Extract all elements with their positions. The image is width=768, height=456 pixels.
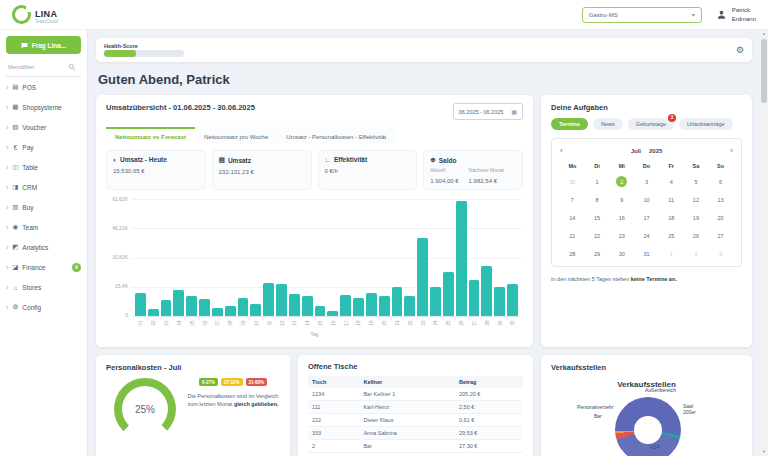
task-tab-termine[interactable]: Termine xyxy=(551,118,588,130)
calendar-day-27[interactable]: 27 xyxy=(708,230,733,241)
tasks-tabs: Termine News Geburtstage 3Urlaubsanträge xyxy=(551,118,742,130)
health-score-card: Health-Score ⚙ xyxy=(96,38,752,62)
calendar-day-1[interactable]: 1 xyxy=(659,248,684,259)
calendar-day-23[interactable]: 23 xyxy=(609,230,634,241)
calendar-day-13[interactable]: 13 xyxy=(708,194,733,205)
calendar-day-20[interactable]: 20 xyxy=(708,212,733,223)
calendar-day-30[interactable]: 30 xyxy=(609,248,634,259)
calendar-day-21[interactable]: 21 xyxy=(560,230,585,241)
task-tab-news[interactable]: News xyxy=(593,118,623,130)
greeting: Guten Abend, Patrick xyxy=(98,72,752,87)
user-name: Patrick Erdmann xyxy=(732,6,756,22)
menu-filter xyxy=(6,58,81,77)
sidebar-item-config[interactable]: › ⚙ Config xyxy=(6,297,81,317)
calendar-day-1[interactable]: 1 xyxy=(585,176,610,187)
bar-day-04 xyxy=(173,290,184,316)
scroll-up-icon[interactable]: ▲ xyxy=(760,30,768,38)
ask-lina-button[interactable]: Frag Lina... xyxy=(6,36,81,54)
sidebar-item-pay[interactable]: › € Pay xyxy=(6,137,81,157)
bar-day-10 xyxy=(250,304,261,316)
sidebar-item-voucher[interactable]: › ▧ Voucher xyxy=(6,117,81,137)
chevron-right-icon: › xyxy=(6,284,8,291)
calendar-day-28[interactable]: 28 xyxy=(560,248,585,259)
calendar-day-25[interactable]: 25 xyxy=(659,230,684,241)
kpi-saldo: ⊕Saldo Aktuell1.904,00 €Nächster Monat1.… xyxy=(423,150,523,190)
revenue-card-title: Umsatzübersicht - 01.06.2025 - 30.06.202… xyxy=(106,103,255,112)
scrollbar[interactable]: ▲ ▼ xyxy=(760,30,768,456)
task-tab-urlaubsantr-ge[interactable]: Urlaubsanträge xyxy=(679,118,733,130)
calendar-day-26[interactable]: 26 xyxy=(684,230,709,241)
calendar-day-9[interactable]: 9 xyxy=(609,194,634,205)
sidebar-item-pos[interactable]: › ▤ POS xyxy=(6,77,81,97)
sidebar-item-crm[interactable]: › ◨ CRM xyxy=(6,177,81,197)
sidebar-item-stores[interactable]: › ⌂ Stores xyxy=(6,277,81,297)
table-row[interactable]: 2Bar27,30 € xyxy=(308,440,523,453)
bar-day-28 xyxy=(481,266,492,316)
calendar-day-19[interactable]: 19 xyxy=(684,212,709,223)
menu-filter-input[interactable] xyxy=(6,63,68,71)
calendar-day-3[interactable]: 3 xyxy=(634,176,659,187)
open-tables-title: Offene Tische xyxy=(308,362,523,371)
range-badge-0-27-: 0-27% xyxy=(199,378,218,386)
calendar-day-22[interactable]: 22 xyxy=(585,230,610,241)
tab-nettoumsatz-pro-woche[interactable]: Nettoumsatz pro Woche xyxy=(195,127,277,144)
calendar-day-6[interactable]: 6 xyxy=(708,176,733,187)
tasks-card: Deine Aufgaben Termine News Geburtstage … xyxy=(541,95,752,347)
table-row[interactable]: 333Anna Sabrina29,53 € xyxy=(308,427,523,440)
user-menu[interactable]: Patrick Erdmann xyxy=(716,6,756,22)
logo-text: LINA xyxy=(35,9,57,19)
calendar-day-12[interactable]: 12 xyxy=(684,194,709,205)
scroll-down-icon[interactable]: ▼ xyxy=(760,448,768,456)
calendar-day-3[interactable]: 3 xyxy=(708,248,733,259)
sidebar-item-buy[interactable]: › ▥ Buy xyxy=(6,197,81,217)
calendar-day-30[interactable]: 30 xyxy=(560,176,585,187)
sidebar-item-table[interactable]: › ◫ Table xyxy=(6,157,81,177)
sidebar-item-analytics[interactable]: › ◩ Analytics xyxy=(6,237,81,257)
bar-day-09 xyxy=(238,298,249,316)
user-icon xyxy=(716,9,727,20)
column-header-betrag: Betrag xyxy=(455,376,523,388)
calendar-day-29[interactable]: 29 xyxy=(585,248,610,259)
bar-day-19 xyxy=(366,293,377,316)
calendar-day-11[interactable]: 11 xyxy=(659,194,684,205)
sales-outlets-card: Verkaufsstellen Verkaufsstellen Außenber… xyxy=(541,355,752,456)
calendar-day-15[interactable]: 15 xyxy=(585,212,610,223)
bar-day-25 xyxy=(443,272,454,316)
calendar-day-16[interactable]: 16 xyxy=(609,212,634,223)
calendar-day-4[interactable]: 4 xyxy=(659,176,684,187)
finance-icon: ◪ xyxy=(11,263,19,271)
gear-icon[interactable]: ⚙ xyxy=(736,45,744,55)
tab-umsatz-personalkosten-effektivit-t[interactable]: Umsatz - Personalkosten - Effektivität xyxy=(277,127,395,144)
calendar-day-2[interactable]: 2 xyxy=(684,248,709,259)
table-row[interactable]: 111Karl-Heinz2,50 € xyxy=(308,401,523,414)
gauge-chart: 25% xyxy=(114,378,176,440)
calendar-day-5[interactable]: 5 xyxy=(684,176,709,187)
date-range-input[interactable]: 06.2025 - 06.2025 ▦ xyxy=(453,103,523,120)
calendar-day-31[interactable]: 31 xyxy=(634,248,659,259)
calendar-day-2[interactable]: 2 xyxy=(609,176,634,187)
calendar-day-7[interactable]: 7 xyxy=(560,194,585,205)
calendar-day-8[interactable]: 8 xyxy=(585,194,610,205)
sidebar-item-finance[interactable]: › ◪ Finance 9 xyxy=(6,257,81,277)
calendar-day-18[interactable]: 18 xyxy=(659,212,684,223)
buy-icon: ▥ xyxy=(11,203,19,211)
calendar-next-icon[interactable]: › xyxy=(730,146,733,155)
gauge-value: 25% xyxy=(114,378,176,440)
sidebar-item-shopsysteme[interactable]: › ▦ Shopsysteme xyxy=(6,97,81,117)
table-row[interactable]: 1234Bar Kellner 1205,20 € xyxy=(308,388,523,401)
sidebar-item-team[interactable]: › ◉ Team xyxy=(6,217,81,237)
calendar-day-17[interactable]: 17 xyxy=(634,212,659,223)
task-tab-geburtstage[interactable]: Geburtstage 3 xyxy=(628,118,674,130)
scrollbar-thumb[interactable] xyxy=(761,39,767,103)
crm-icon: ◨ xyxy=(11,183,19,191)
chevron-right-icon: › xyxy=(6,304,8,311)
bar-day-26 xyxy=(456,201,467,316)
x-axis-labels: 0102030405060708091011121314151617181920… xyxy=(132,318,521,328)
calendar-day-24[interactable]: 24 xyxy=(634,230,659,241)
org-select[interactable]: Gastro-MS ▾ xyxy=(582,7,702,23)
calendar-day-10[interactable]: 10 xyxy=(634,194,659,205)
tab-nettoumsatz-vs-forecast[interactable]: Nettoumsatz vs Forecast xyxy=(106,127,195,144)
health-score-bar xyxy=(104,50,184,57)
table-row[interactable]: 222Dieter Klaus0,61 € xyxy=(308,414,523,427)
calendar-day-14[interactable]: 14 xyxy=(560,212,585,223)
